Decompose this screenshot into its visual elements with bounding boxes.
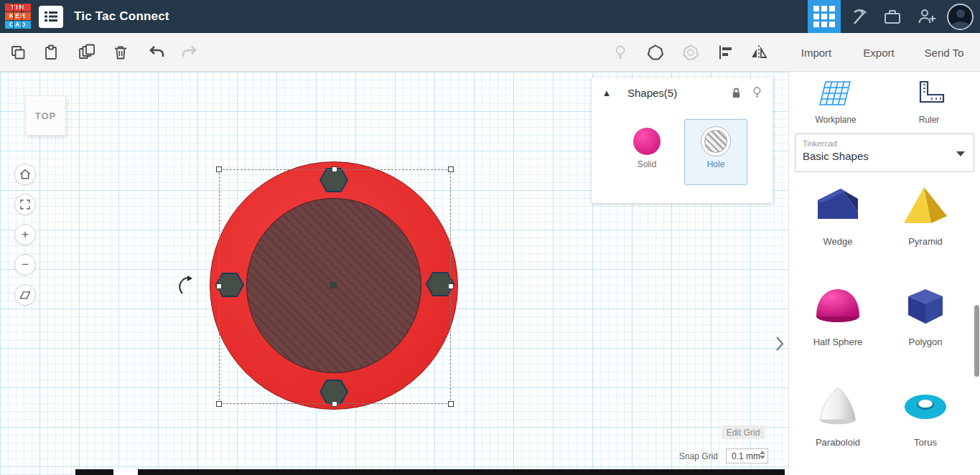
shape-item-pyramid[interactable]: Pyramid [882,183,969,247]
duplicate-button[interactable] [73,39,101,65]
person-add-icon [917,7,937,26]
blocks-mode-button[interactable] [841,0,875,33]
snap-grid-value: 0.1 mm [732,451,760,461]
user-avatar[interactable] [947,4,974,30]
show-all-button[interactable] [607,39,634,65]
shape-center-mark [330,282,337,288]
solid-option[interactable]: Solid [615,119,678,185]
zoom-in-button[interactable]: + [14,224,36,245]
delete-button[interactable] [107,39,134,65]
redo-icon [180,44,199,60]
lock-button[interactable] [731,87,742,99]
dashboard-grid-button[interactable] [808,0,841,33]
perspective-toggle-button[interactable] [14,284,36,306]
paste-icon [42,44,60,61]
work-briefcase-button[interactable] [875,0,910,33]
resize-handle-bottom-left[interactable] [216,401,222,407]
snap-grid-select[interactable]: 0.1 mm [726,448,768,464]
tinkercad-logo[interactable]: TIN KER CAD [5,4,31,30]
logo-row: KER [5,12,31,20]
ungroup-shape-icon [682,44,699,61]
fit-view-button[interactable] [14,194,36,215]
collapse-panel-button[interactable]: ▲ [594,82,619,103]
import-button[interactable]: Import [791,42,841,63]
sidebar-scrollbar-thumb[interactable] [974,305,979,377]
home-view-button[interactable] [14,164,36,185]
undo-button[interactable] [143,39,170,65]
solid-swatch-icon [633,128,661,155]
shape-item-torus[interactable]: Torus [882,384,969,448]
shape-item-wedge[interactable]: Wedge [795,183,881,247]
resize-handle-top-center[interactable] [332,166,337,172]
undo-icon [147,44,166,60]
flat-view-icon [18,288,32,301]
solid-label: Solid [615,159,678,169]
tinkercad-app: TIN KER CAD Tic Tac Connect [0,0,980,475]
resize-handle-top-right[interactable] [448,166,454,172]
ruler-tool[interactable]: Ruler [890,79,969,125]
mirror-button[interactable] [745,39,773,65]
stepper-arrows-icon[interactable] [760,451,765,459]
align-icon [717,44,734,61]
scrollbar-thumb[interactable] [113,469,138,475]
hole-option[interactable]: Hole [684,119,747,185]
resize-handle-bottom-right[interactable] [448,401,454,407]
send-to-button[interactable]: Send To [916,42,972,63]
resize-handle-top-left[interactable] [216,166,222,172]
hide-button[interactable] [752,86,762,99]
avatar-silhouette [956,9,965,18]
home-icon [18,167,32,182]
paste-button[interactable] [37,39,65,65]
workplane-label: Workplane [796,115,875,125]
copy-button[interactable] [4,39,32,65]
ruler-icon [910,79,948,109]
redo-button[interactable] [176,39,203,65]
horizontal-scrollbar[interactable] [75,469,785,475]
shape-inspector-panel: ▲ Shapes(5) Solid [592,77,773,203]
workplane-icon [817,79,854,109]
mirror-flip-icon [750,44,768,61]
shapes-sidebar: Workplane Ruler Tinkercad Basic Shapes W… [788,72,980,475]
shape-item-polygon[interactable]: Polygon [882,283,969,347]
top-bar: TIN KER CAD Tic Tac Connect [0,0,980,33]
workplane-tool[interactable]: Workplane [796,79,875,125]
ungroup-button[interactable] [677,39,704,65]
logo-row: CAD [5,21,31,29]
sidebar-collapse-chevron[interactable] [773,331,787,356]
view-cube[interactable]: TOP [25,95,66,136]
resize-handle-bottom-center[interactable] [332,401,337,407]
lightbulb-icon [752,86,762,99]
group-shape-icon [647,44,664,61]
edit-grid-button[interactable]: Edit Grid [722,425,765,439]
zoom-out-button[interactable]: − [14,254,36,276]
export-button[interactable]: Export [854,42,903,63]
group-button[interactable] [642,39,669,65]
collection-category: Tinkercad [803,139,966,148]
snap-grid-label: Snap Grid [679,451,718,461]
shape-item-half-sphere[interactable]: Half Sphere [795,283,881,347]
hole-label: Hole [685,159,747,169]
trash-icon [112,44,129,61]
menu-list-icon [43,9,59,24]
pickaxe-icon [849,7,867,26]
torus-icon [900,384,951,430]
resize-handle-mid-right[interactable] [448,283,454,289]
design-title[interactable]: Tic Tac Connect [74,9,169,24]
hole-swatch-icon [701,126,731,156]
invite-collaborator-button[interactable] [910,0,944,33]
inspector-title: Shapes(5) [627,87,677,99]
lock-icon [731,87,742,99]
align-button[interactable] [711,39,739,65]
rotate-handle[interactable] [177,274,194,297]
resize-handle-mid-left[interactable] [216,283,222,289]
wedge-icon [812,183,864,229]
shape-item-paraboloid[interactable]: Paraboloid [795,384,881,448]
lightbulb-icon [612,44,629,61]
polygon-prism-icon [900,283,951,329]
shape-collection-dropdown[interactable]: Tinkercad Basic Shapes [795,133,974,172]
paraboloid-icon [812,384,864,430]
design-menu-button[interactable] [39,6,63,28]
edit-toolbar: Import Export Send To [0,33,980,72]
chevron-down-icon [956,151,965,156]
topbar-actions [808,0,980,33]
